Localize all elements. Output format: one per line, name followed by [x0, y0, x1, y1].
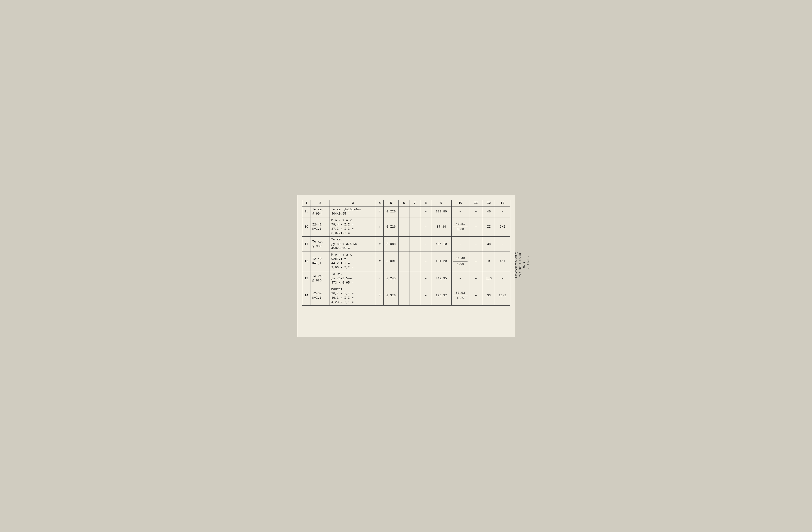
table-cell: –	[495, 206, 510, 217]
table-cell	[398, 251, 409, 271]
table-cell: –	[495, 271, 510, 286]
table-cell: –	[469, 236, 483, 252]
table-cell: –	[469, 251, 483, 271]
table-cell: т	[376, 251, 383, 271]
table-cell: т	[376, 286, 383, 306]
table-cell-divided: 48,404,96	[451, 251, 469, 271]
table-cell: То же, Ду 89 х 3,5 мм 458x0,95 =	[330, 236, 376, 252]
table-cell: То же, § 994	[311, 206, 330, 217]
table-cell	[409, 251, 420, 271]
table-cell: –	[420, 206, 431, 217]
header-col12: I2	[483, 200, 495, 206]
table-cell	[398, 217, 409, 236]
side-text-2: тип 903-I-52/70	[519, 253, 522, 276]
table-cell	[409, 217, 420, 236]
table-cell: 33	[483, 286, 495, 306]
table-cell: 0,I26	[383, 217, 398, 236]
table-cell: То же, ДуI08x4мм 404x0,95 =	[330, 206, 376, 217]
table-cell: –	[469, 286, 483, 306]
table-cell: 449,35	[431, 271, 451, 286]
header-col2: 2	[311, 200, 330, 206]
table-cell-divided: –	[451, 271, 469, 286]
table-cell: I2-42 К=I,I	[311, 217, 330, 236]
table-cell-divided: 40,8I3,88	[451, 217, 469, 236]
side-label: 903-I-51/70(XXII) тип 903-I-52/70 мм I -…	[515, 195, 522, 337]
main-table: I 2 3 4 5 6 7 8 9 IO II I2 I3 9.То же, §…	[302, 200, 510, 306]
table-cell: –	[420, 236, 431, 252]
table-cell-divided: 50,934,65	[451, 286, 469, 306]
table-cell: –	[420, 217, 431, 236]
table-cell: 87,34	[431, 217, 451, 236]
table-cell: –	[469, 217, 483, 236]
table-cell: I2-40 К=I,I	[311, 251, 330, 271]
table-cell: –	[420, 271, 431, 286]
page-number: - 169 -	[526, 256, 530, 270]
table-cell: 0,3I0	[383, 286, 398, 306]
table-cell: 46	[483, 206, 495, 217]
table-cell: –	[420, 251, 431, 271]
table-cell: II	[483, 217, 495, 236]
table-cell	[398, 206, 409, 217]
table-cell-divided: –	[451, 206, 469, 217]
table-row: IOI2-42 К=I,IМ о н т а ж 79,4 х I,I = 37…	[302, 217, 510, 236]
header-col10: IO	[451, 200, 469, 206]
table-cell: То же, § 989	[311, 236, 330, 252]
header-col8: 8	[420, 200, 431, 206]
table-cell: –	[469, 206, 483, 217]
table-cell	[398, 271, 409, 286]
table-cell	[409, 271, 420, 286]
table-row: 9.То же, § 994То же, ДуI08x4мм 404x0,95 …	[302, 206, 510, 217]
table-cell: –	[495, 236, 510, 252]
table-cell: 5/I	[495, 217, 510, 236]
table-cell: т	[376, 206, 383, 217]
table-row: I3То же, § 986То же, Ду 76х3,5мм 473 х 0…	[302, 271, 510, 286]
table-cell: 435,IO	[431, 236, 451, 252]
table-cell	[409, 206, 420, 217]
table-cell	[409, 236, 420, 252]
table-cell: I4	[302, 286, 311, 306]
table-cell: –	[420, 286, 431, 306]
table-cell: М о н т а ж 92хI,I = 44 х I,I = 3,96 х I…	[330, 251, 376, 271]
table-cell: 9	[483, 251, 495, 271]
table-cell: 4/I	[495, 251, 510, 271]
header-col13: I3	[495, 200, 510, 206]
table-cell: I6/I	[495, 286, 510, 306]
table-cell: IIO	[483, 271, 495, 286]
table-cell: I3	[302, 271, 311, 286]
table-cell: М о н т а ж 79,4 х I,I = 37,I х I,I = 3,…	[330, 217, 376, 236]
table-cell: 0,I20	[383, 206, 398, 217]
table-cell: То же, Ду 76х3,5мм 473 х 0,95 =	[330, 271, 376, 286]
table-cell: I2-39 К=I,I	[311, 286, 330, 306]
table-cell	[409, 286, 420, 306]
table-cell: То же, § 986	[311, 271, 330, 286]
header-col9: 9	[431, 200, 451, 206]
side-text-3: мм I	[523, 262, 525, 268]
table-cell: т	[376, 236, 383, 252]
page: 903-I-51/70(XXII) тип 903-I-52/70 мм I -…	[297, 195, 515, 337]
header-col11: II	[469, 200, 483, 206]
table-cell: 38	[483, 236, 495, 252]
table-cell: II	[302, 236, 311, 252]
table-row: IIТо же, § 989То же, Ду 89 х 3,5 мм 458x…	[302, 236, 510, 252]
table-cell: т	[376, 217, 383, 236]
header-col4: 4	[376, 200, 383, 206]
table-cell	[398, 236, 409, 252]
table-cell: 0,09I	[383, 251, 398, 271]
table-cell: 0,245	[383, 271, 398, 286]
table-cell: 383,80	[431, 206, 451, 217]
table-cell: –	[469, 271, 483, 286]
table-cell: IO	[302, 217, 311, 236]
header-col5: 5	[383, 200, 398, 206]
header-col7: 7	[409, 200, 420, 206]
table-header-row: I 2 3 4 5 6 7 8 9 IO II I2 I3	[302, 200, 510, 206]
side-text-1: 903-I-51/70(XXII)	[515, 251, 518, 278]
header-col3: 3	[330, 200, 376, 206]
table-cell: т	[376, 271, 383, 286]
table-row: I4I2-39 К=I,IМонтаж 96,7 х I,I = 46,3 х …	[302, 286, 510, 306]
table-cell: 0,088	[383, 236, 398, 252]
table-cell	[398, 286, 409, 306]
table-cell: Монтаж 96,7 х I,I = 46,3 х I,I = 4,23 х …	[330, 286, 376, 306]
header-col1: I	[302, 200, 311, 206]
table-row: I2I2-40 К=I,IМ о н т а ж 92хI,I = 44 х I…	[302, 251, 510, 271]
table-cell: I06,37	[431, 286, 451, 306]
